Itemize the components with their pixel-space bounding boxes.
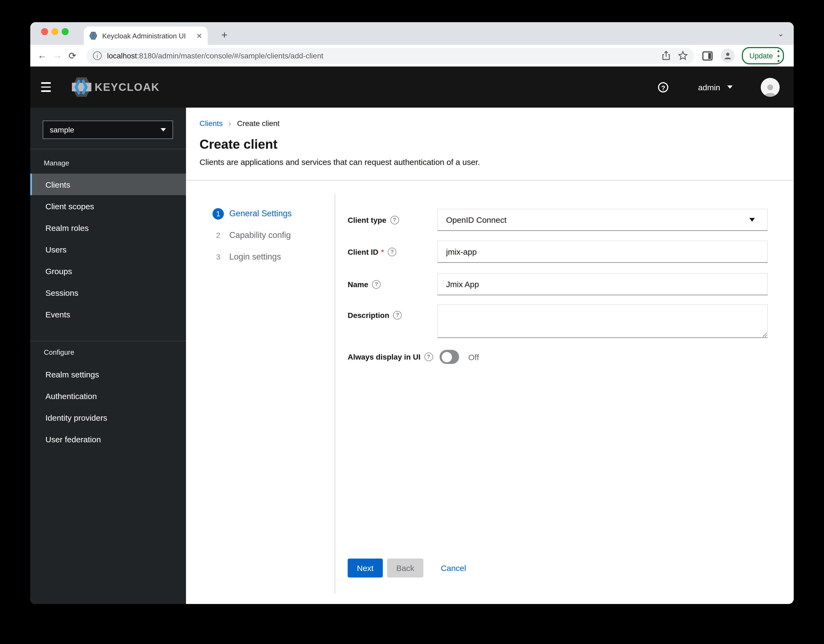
- brand-text: KEYCLOAK: [95, 81, 160, 93]
- header-divider: [186, 180, 794, 181]
- toggle-knob: [441, 352, 452, 362]
- nav-section-manage: Manage: [44, 159, 69, 167]
- sidebar-item-events[interactable]: Events: [30, 303, 186, 325]
- client-id-label: Client ID: [347, 247, 378, 256]
- client-id-input[interactable]: [437, 241, 768, 263]
- breadcrumb-clients-link[interactable]: Clients: [200, 119, 223, 128]
- form-row-description: Description ?: [347, 304, 768, 340]
- sidebar-item-sessions[interactable]: Sessions: [30, 282, 186, 303]
- breadcrumb: Clients › Create client: [200, 119, 280, 128]
- keycloak-logo[interactable]: KEYCLOAK: [72, 76, 160, 98]
- always-display-label: Always display in UI: [347, 352, 420, 361]
- page-subtitle: Clients are applications and services th…: [200, 157, 480, 166]
- question-circle-icon[interactable]: ?: [388, 247, 396, 256]
- sidebar-divider: [30, 149, 186, 149]
- breadcrumb-current: Create client: [237, 119, 280, 128]
- sidebar-item-client-scopes[interactable]: Client scopes: [30, 195, 186, 217]
- sidebar-item-groups[interactable]: Groups: [30, 260, 186, 282]
- site-info-icon[interactable]: i: [93, 51, 101, 60]
- step-number-badge: 1: [212, 208, 224, 219]
- update-button[interactable]: Update •••: [742, 47, 784, 65]
- step-number: 2: [212, 229, 224, 241]
- toggle-state-text: Off: [468, 352, 479, 361]
- wizard-step-general-settings[interactable]: 1 General Settings: [212, 203, 292, 224]
- user-avatar[interactable]: [761, 78, 779, 97]
- new-tab-icon[interactable]: +: [218, 29, 231, 42]
- sidebar-item-clients[interactable]: Clients: [30, 174, 186, 195]
- realm-caret-icon: [161, 128, 166, 131]
- tab-search-chevron-icon[interactable]: ⌄: [778, 29, 784, 38]
- sidebar-item-users[interactable]: Users: [30, 238, 186, 260]
- user-menu-caret-icon[interactable]: [727, 85, 733, 89]
- desktop: Keycloak Administration UI ✕ + ⌄ ← → ⟳ i…: [0, 0, 824, 644]
- sidebar-item-user-federation[interactable]: User federation: [30, 428, 186, 450]
- nav-section-configure: Configure: [44, 348, 74, 357]
- username[interactable]: admin: [698, 83, 720, 92]
- wizard-step-capability-config[interactable]: 2 Capability config: [212, 224, 292, 246]
- question-circle-icon[interactable]: ?: [424, 352, 433, 361]
- hamburger-menu-icon[interactable]: [41, 83, 51, 92]
- url-text[interactable]: localhost:8180/admin/master/console/#/sa…: [107, 51, 654, 60]
- question-circle-icon[interactable]: ?: [393, 311, 402, 320]
- form-row-always-display: Always display in UI ? Off: [347, 350, 479, 364]
- keycloak-logo-icon: [72, 76, 91, 98]
- reload-icon[interactable]: ⟳: [65, 50, 80, 61]
- side-panel-icon[interactable]: [703, 51, 713, 60]
- cancel-button[interactable]: Cancel: [441, 559, 466, 578]
- always-display-toggle[interactable]: [440, 350, 459, 364]
- tab-favicon: [89, 31, 97, 40]
- address-bar[interactable]: i localhost:8180/admin/master/console/#/…: [86, 48, 694, 63]
- sidebar-item-realm-roles[interactable]: Realm roles: [30, 217, 186, 238]
- realm-selector[interactable]: sample: [43, 121, 173, 139]
- traffic-light-close[interactable]: [41, 28, 48, 35]
- wizard-divider: [335, 194, 335, 594]
- description-textarea[interactable]: [437, 304, 768, 338]
- client-type-label: Client type: [347, 215, 386, 224]
- realm-name: sample: [50, 126, 161, 134]
- sidebar: sample Manage Clients Client scopes Real…: [30, 108, 186, 604]
- form-row-name: Name ?: [347, 273, 768, 295]
- wizard-step-login-settings[interactable]: 3 Login settings: [212, 246, 292, 267]
- page-title: Create client: [200, 137, 277, 152]
- bookmark-star-icon[interactable]: [678, 51, 688, 61]
- keycloak-masthead: KEYCLOAK ? admin: [30, 66, 794, 108]
- name-input[interactable]: [437, 273, 768, 295]
- sidebar-item-realm-settings[interactable]: Realm settings: [30, 363, 186, 385]
- tab-close-icon[interactable]: ✕: [196, 32, 202, 39]
- description-label: Description: [347, 311, 389, 320]
- question-circle-icon[interactable]: ?: [372, 280, 381, 289]
- tab-strip: Keycloak Administration UI ✕ + ⌄: [30, 22, 794, 45]
- browser-tab[interactable]: Keycloak Administration UI ✕: [84, 26, 208, 45]
- browser-profile-icon[interactable]: [721, 49, 735, 63]
- share-icon[interactable]: [662, 51, 670, 61]
- tab-title: Keycloak Administration UI: [102, 32, 196, 40]
- traffic-light-minimize[interactable]: [51, 28, 58, 35]
- next-button[interactable]: Next: [347, 559, 383, 578]
- sidebar-item-authentication[interactable]: Authentication: [30, 385, 186, 407]
- back-icon[interactable]: ←: [35, 50, 50, 61]
- sidebar-item-identity-providers[interactable]: Identity providers: [30, 407, 186, 428]
- wizard-steps: 1 General Settings 2 Capability config 3…: [212, 203, 292, 267]
- forward-icon[interactable]: →: [50, 50, 65, 61]
- form-row-client-id: Client ID * ?: [347, 241, 768, 263]
- main-content: Clients › Create client Create client Cl…: [186, 108, 794, 604]
- step-number: 3: [212, 251, 224, 263]
- browser-window: Keycloak Administration UI ✕ + ⌄ ← → ⟳ i…: [30, 22, 794, 604]
- more-menu-icon[interactable]: •••: [777, 48, 779, 63]
- wizard-footer: Next Back Cancel: [347, 559, 466, 578]
- name-label: Name: [347, 280, 368, 289]
- required-asterisk: *: [381, 247, 384, 256]
- form-row-client-type: Client type ? OpenID Connect: [347, 209, 768, 231]
- traffic-light-zoom[interactable]: [61, 28, 69, 35]
- client-type-select[interactable]: OpenID Connect: [437, 209, 768, 231]
- help-icon[interactable]: ?: [658, 82, 668, 92]
- browser-toolbar: ← → ⟳ i localhost:8180/admin/master/cons…: [30, 45, 794, 66]
- question-circle-icon[interactable]: ?: [390, 215, 399, 224]
- back-button[interactable]: Back: [387, 559, 424, 578]
- select-caret-icon: [749, 218, 755, 222]
- breadcrumb-chevron-icon: ›: [229, 119, 231, 128]
- sidebar-divider: [30, 341, 186, 341]
